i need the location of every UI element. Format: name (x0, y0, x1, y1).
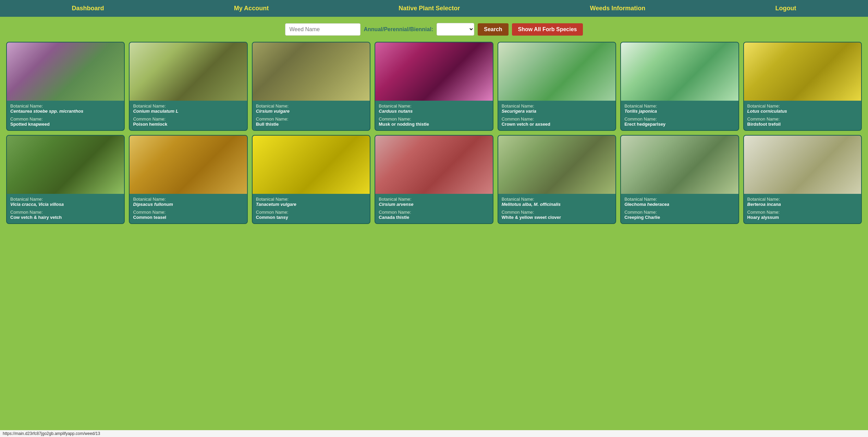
plant-card-14[interactable]: Botanical Name:Berteroa incanaCommon Nam… (743, 135, 862, 224)
nav-item-logout[interactable]: Logout (775, 5, 796, 12)
status-bar: https://main.d23rfc87jgo2gb.amplifyapp.c… (0, 430, 868, 437)
common-label-13: Common Name: (624, 210, 735, 215)
botanical-label-7: Botanical Name: (747, 103, 780, 109)
botanical-name-9: Dipsacus fullonum (133, 202, 243, 207)
common-name-2: Poison hemlock (133, 122, 243, 127)
common-label-1: Common Name: (10, 116, 121, 122)
botanical-label-8: Botanical Name: (10, 197, 43, 202)
botanical-label-12: Botanical Name: (502, 197, 534, 202)
botanical-label-11: Botanical Name: (379, 197, 411, 202)
common-name-13: Creeping Charlie (624, 215, 735, 220)
plant-body-5: Botanical Name:Securigera variaCommon Na… (498, 101, 615, 130)
botanical-label-4: Botanical Name: (379, 103, 411, 109)
plant-card-6[interactable]: Botanical Name:Torilis japonicaCommon Na… (620, 42, 739, 131)
common-name-4: Musk or nodding thistle (379, 122, 489, 127)
cycle-label: Annual/Perennial/Biennial: (364, 26, 433, 33)
common-label-4: Common Name: (379, 116, 489, 122)
botanical-label-14: Botanical Name: (747, 197, 780, 202)
plant-body-2: Botanical Name:Conium maculatum LCommon … (130, 101, 247, 130)
plant-body-3: Botanical Name:Cirsium vulgareCommon Nam… (253, 101, 370, 130)
plant-image-11 (375, 136, 492, 194)
plant-body-13: Botanical Name:Glechoma hederaceaCommon … (621, 194, 738, 223)
nav-item-weeds-information[interactable]: Weeds Information (590, 5, 646, 12)
nav-item-native-plant-selector[interactable]: Native Plant Selector (399, 5, 460, 12)
common-label-10: Common Name: (256, 210, 366, 215)
plant-image-5 (498, 42, 615, 101)
plant-image-3 (253, 42, 370, 101)
common-name-6: Erect hedgeparlsey (624, 122, 735, 127)
botanical-name-13: Glechoma hederacea (624, 202, 735, 207)
botanical-name-14: Berteroa incana (747, 202, 858, 207)
common-name-9: Common teasel (133, 215, 243, 220)
plant-image-14 (744, 136, 861, 194)
common-label-12: Common Name: (502, 210, 612, 215)
common-name-1: Spotted knapweed (10, 122, 121, 127)
common-label-3: Common Name: (256, 116, 366, 122)
plant-image-12 (498, 136, 615, 194)
common-name-10: Common tansy (256, 215, 366, 220)
botanical-label-3: Botanical Name: (256, 103, 289, 109)
main-nav: DashboardMy AccountNative Plant Selector… (0, 0, 868, 17)
plant-body-9: Botanical Name:Dipsacus fullonumCommon N… (130, 194, 247, 223)
plant-card-11[interactable]: Botanical Name:Cirsium arvenseCommon Nam… (375, 135, 493, 224)
common-name-12: White & yellow sweet clover (502, 215, 612, 220)
common-label-5: Common Name: (502, 116, 612, 122)
botanical-name-7: Lotus corniculatus (747, 109, 858, 114)
plant-image-9 (130, 136, 247, 194)
botanical-name-3: Cirsium vulgare (256, 109, 366, 114)
botanical-name-1: Centaurea stoebe spp. micranthos (10, 109, 121, 114)
plant-image-2 (130, 42, 247, 101)
plant-card-9[interactable]: Botanical Name:Dipsacus fullonumCommon N… (129, 135, 247, 224)
common-label-8: Common Name: (10, 210, 121, 215)
botanical-name-12: Melitotus alba, M. officinalis (502, 202, 612, 207)
botanical-name-6: Torilis japonica (624, 109, 735, 114)
plant-body-11: Botanical Name:Cirsium arvenseCommon Nam… (375, 194, 492, 223)
search-button[interactable]: Search (478, 23, 508, 36)
common-name-8: Cow vetch & hairy vetch (10, 215, 121, 220)
botanical-label-6: Botanical Name: (624, 103, 657, 109)
plant-body-1: Botanical Name:Centaurea stoebe spp. mic… (7, 101, 124, 130)
botanical-label-1: Botanical Name: (10, 103, 43, 109)
plant-card-4[interactable]: Botanical Name:Carduus nutansCommon Name… (375, 42, 493, 131)
plant-image-6 (621, 42, 738, 101)
botanical-name-11: Cirsium arvense (379, 202, 489, 207)
common-label-6: Common Name: (624, 116, 735, 122)
plant-image-1 (7, 42, 124, 101)
cycle-select[interactable]: AnnualPerennialBiennial (437, 23, 474, 36)
plant-body-14: Botanical Name:Berteroa incanaCommon Nam… (744, 194, 861, 223)
plant-grid: Botanical Name:Centaurea stoebe spp. mic… (0, 42, 868, 231)
botanical-name-10: Tanacetum vulgare (256, 202, 366, 207)
botanical-name-8: Vicia cracca, Vicia villosa (10, 202, 121, 207)
botanical-name-2: Conium maculatum L (133, 109, 243, 114)
botanical-label-13: Botanical Name: (624, 197, 657, 202)
show-all-forb-button[interactable]: Show All Forb Species (512, 23, 583, 36)
plant-card-2[interactable]: Botanical Name:Conium maculatum LCommon … (129, 42, 247, 131)
plant-body-7: Botanical Name:Lotus corniculatusCommon … (744, 101, 861, 130)
plant-card-1[interactable]: Botanical Name:Centaurea stoebe spp. mic… (6, 42, 125, 131)
botanical-label-9: Botanical Name: (133, 197, 166, 202)
nav-item-my-account[interactable]: My Account (234, 5, 269, 12)
botanical-label-2: Botanical Name: (133, 103, 166, 109)
common-name-5: Crown vetch or axseed (502, 122, 612, 127)
common-label-11: Common Name: (379, 210, 489, 215)
botanical-label-10: Botanical Name: (256, 197, 289, 202)
plant-card-3[interactable]: Botanical Name:Cirsium vulgareCommon Nam… (252, 42, 370, 131)
plant-body-6: Botanical Name:Torilis japonicaCommon Na… (621, 101, 738, 130)
plant-card-13[interactable]: Botanical Name:Glechoma hederaceaCommon … (620, 135, 739, 224)
botanical-name-4: Carduus nutans (379, 109, 489, 114)
plant-card-12[interactable]: Botanical Name:Melitotus alba, M. offici… (498, 135, 616, 224)
plant-card-10[interactable]: Botanical Name:Tanacetum vulgareCommon N… (252, 135, 370, 224)
search-bar: Annual/Perennial/Biennial:AnnualPerennia… (0, 17, 868, 42)
nav-item-dashboard[interactable]: Dashboard (72, 5, 104, 12)
plant-body-10: Botanical Name:Tanacetum vulgareCommon N… (253, 194, 370, 223)
plant-image-7 (744, 42, 861, 101)
common-name-14: Hoary alyssum (747, 215, 858, 220)
plant-card-5[interactable]: Botanical Name:Securigera variaCommon Na… (498, 42, 616, 131)
plant-image-4 (375, 42, 492, 101)
common-name-7: Birdsfoot trefoil (747, 122, 858, 127)
plant-card-7[interactable]: Botanical Name:Lotus corniculatusCommon … (743, 42, 862, 131)
status-url: https://main.d23rfc87jgo2gb.amplifyapp.c… (3, 431, 100, 436)
plant-image-13 (621, 136, 738, 194)
weed-name-input[interactable] (285, 23, 360, 36)
plant-card-8[interactable]: Botanical Name:Vicia cracca, Vicia villo… (6, 135, 125, 224)
